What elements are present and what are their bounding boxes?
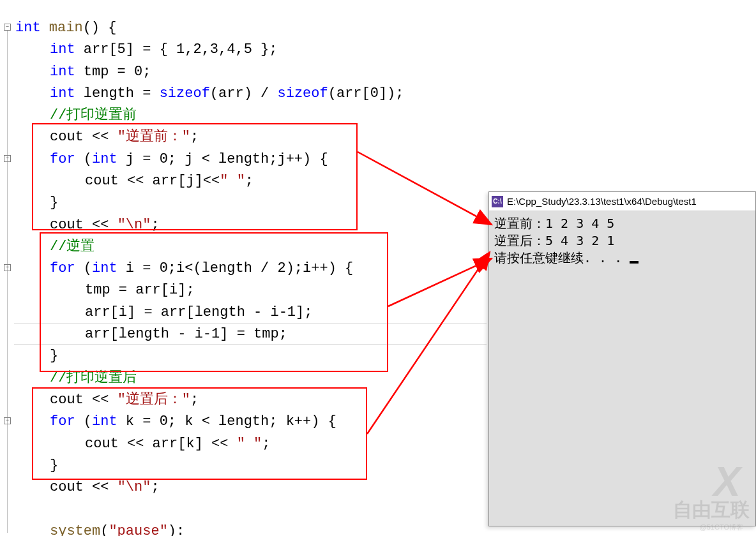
fold-toggle[interactable]: −: [4, 155, 11, 162]
code-line: arr[i] = arr[length - i-1];: [85, 302, 312, 324]
code-line: for (int j = 0; j < length;j++) {: [50, 149, 328, 170]
console-output: 逆置前：1 2 3 4 5 逆置后：5 4 3 2 1 请按任意键继续. . .: [489, 211, 755, 271]
code-line: int main() {: [15, 17, 116, 39]
code-line: //打印逆置前: [50, 105, 137, 126]
code-line: cout << "\n";: [50, 214, 160, 236]
watermark-credit: @51CTO博客: [700, 523, 743, 532]
fold-gutter: − − − −: [0, 0, 14, 536]
code-line: cout << "\n";: [50, 477, 160, 498]
fold-toggle[interactable]: −: [4, 417, 11, 424]
watermark-brand: 自由互联: [673, 497, 750, 523]
console-cursor: [630, 261, 639, 264]
code-line: system("pause"):: [50, 521, 185, 536]
code-line: int tmp = 0;: [50, 61, 151, 83]
code-line: cout << "逆置后：";: [50, 389, 199, 411]
code-line: int arr[5] = { 1,2,3,4,5 };: [50, 39, 277, 61]
code-line: for (int i = 0;i<(length / 2);i++) {: [50, 258, 353, 279]
code-line: cout << arr[j]<<" ";: [85, 170, 253, 192]
code-editor[interactable]: int main() { int arr[5] = { 1,2,3,4,5 };…: [14, 0, 487, 536]
code-line: tmp = arr[i];: [85, 279, 195, 301]
code-line: //打印逆置后: [50, 368, 137, 389]
code-line: cout << "逆置前：";: [50, 126, 199, 148]
code-line: int length = sizeof(arr) / sizeof(arr[0]…: [50, 83, 404, 105]
fold-guide: [7, 31, 8, 533]
fold-toggle[interactable]: −: [4, 264, 11, 271]
console-icon: C:\: [492, 196, 503, 207]
console-title-text: E:\Cpp_Study\23.3.13\test1\x64\Debug\tes…: [507, 196, 697, 207]
code-line: }: [50, 192, 58, 214]
fold-toggle[interactable]: −: [4, 24, 11, 31]
code-line: //逆置: [50, 236, 94, 258]
code-line: for (int k = 0; k < length; k++) {: [50, 411, 336, 433]
code-line: }: [50, 455, 58, 477]
code-line: }: [50, 345, 58, 367]
console-titlebar[interactable]: C:\ E:\Cpp_Study\23.3.13\test1\x64\Debug…: [489, 192, 755, 211]
code-line: cout << arr[k] << " ";: [85, 433, 270, 455]
code-line: arr[length - i-1] = tmp;: [85, 324, 287, 345]
